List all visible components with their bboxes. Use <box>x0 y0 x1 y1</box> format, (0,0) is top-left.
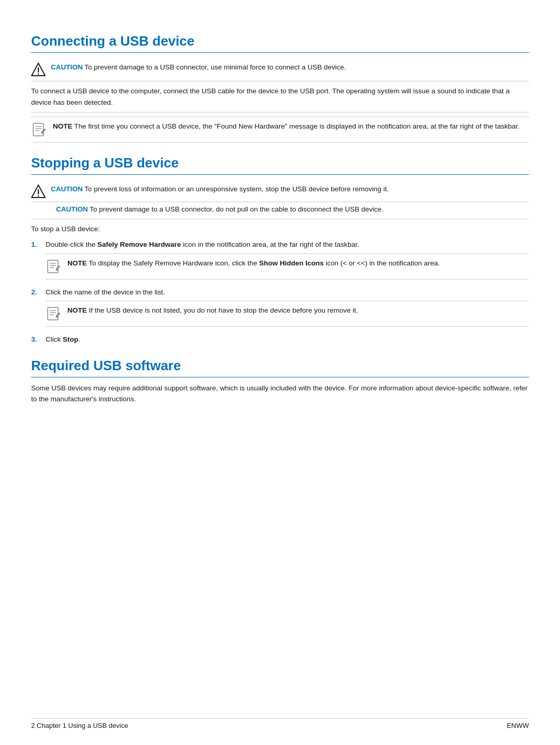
stopping-caution-body-1: To prevent loss of information or an unr… <box>85 185 389 193</box>
stopping-step-1-content: Double-click the Safely Remove Hardware … <box>46 239 529 284</box>
stopping-divider <box>31 174 529 175</box>
connecting-caution-text: CAUTION To prevent damage to a USB conne… <box>51 62 346 73</box>
stopping-step-3-content: Click Stop. <box>46 334 529 345</box>
stopping-title: Stopping a USB device <box>31 155 529 171</box>
svg-point-2 <box>38 74 39 75</box>
footer-right: ENWW <box>507 722 529 729</box>
connecting-caution-box: CAUTION To prevent damage to a USB conne… <box>31 58 529 81</box>
stopping-caution-text-2: CAUTION To prevent damage to a USB conne… <box>56 204 384 215</box>
svg-point-9 <box>38 195 39 197</box>
stopping-caution-row-1: CAUTION To prevent loss of information o… <box>31 184 529 199</box>
connecting-note-body: The first time you connect a USB device,… <box>74 122 520 130</box>
svg-rect-14 <box>48 307 58 320</box>
connecting-pre-note-divider <box>31 112 529 113</box>
connecting-note-box: NOTE The first time you connect a USB de… <box>31 117 529 143</box>
connecting-caution-label: CAUTION <box>51 63 83 71</box>
stopping-step-3: Click Stop. <box>31 334 529 345</box>
show-hidden-icons-bold: Show Hidden Icons <box>259 259 324 267</box>
stopping-step-3-text: Click Stop. <box>46 335 80 343</box>
stopping-step-2-note-label: NOTE <box>67 306 87 314</box>
connecting-note-label: NOTE <box>53 122 73 130</box>
stopping-intro: To stop a USB device: <box>31 223 529 235</box>
stopping-step-2-note: NOTE If the USB device is not listed, yo… <box>46 301 529 327</box>
stopping-caution-text-1: CAUTION To prevent loss of information o… <box>51 184 389 194</box>
connecting-body-text: To connect a USB device to the computer,… <box>31 86 529 108</box>
required-section: Required USB software Some USB devices m… <box>31 358 529 405</box>
caution-icon-2 <box>31 184 46 199</box>
note-icon-1 <box>31 121 48 138</box>
stopping-step-1-text: Double-click the Safely Remove Hardware … <box>46 241 359 248</box>
footer-left: 2 Chapter 1 Using a USB device <box>31 722 128 729</box>
required-title: Required USB software <box>31 358 529 374</box>
stopping-step-1-note-text: NOTE To display the Safely Remove Hardwa… <box>67 258 440 269</box>
connecting-caution-body: To prevent damage to a USB connector, us… <box>85 63 346 71</box>
stopping-step-2-note-body: If the USB device is not listed, you do … <box>89 306 358 314</box>
connecting-section: Connecting a USB device CAUTION To preve… <box>31 33 529 143</box>
stopping-step-2-note-text: NOTE If the USB device is not listed, yo… <box>67 305 358 316</box>
connecting-divider <box>31 52 529 53</box>
stopping-caution-row-2: CAUTION To prevent damage to a USB conne… <box>31 204 529 215</box>
stopping-caution-label-2: CAUTION <box>56 205 88 213</box>
svg-rect-3 <box>33 123 44 136</box>
stopping-caution-body-2: To prevent damage to a USB connector, do… <box>90 205 384 213</box>
connecting-title: Connecting a USB device <box>31 33 529 49</box>
page-footer: 2 Chapter 1 Using a USB device ENWW <box>31 718 529 729</box>
note-icon-3 <box>46 305 62 322</box>
note-icon-2 <box>46 258 62 275</box>
stopping-step-2-text: Click the name of the device in the list… <box>46 288 165 296</box>
stopping-section: Stopping a USB device CAUTION To prevent… <box>31 155 529 345</box>
stopping-steps-list: Double-click the Safely Remove Hardware … <box>31 239 529 345</box>
stopping-step-1-note: NOTE To display the Safely Remove Hardwa… <box>46 254 529 279</box>
safely-remove-bold: Safely Remove Hardware <box>97 241 181 248</box>
stopping-step-1: Double-click the Safely Remove Hardware … <box>31 239 529 284</box>
svg-rect-10 <box>48 260 58 273</box>
required-divider <box>31 377 529 377</box>
stopping-step-1-note-label: NOTE <box>67 259 87 267</box>
stopping-step-2: Click the name of the device in the list… <box>31 287 529 331</box>
stopping-step-1-note-body: To display the Safely Remove Hardware ic… <box>89 259 440 267</box>
required-body-text: Some USB devices may require additional … <box>31 383 529 405</box>
stop-bold: Stop <box>63 335 78 343</box>
connecting-note-text: NOTE The first time you connect a USB de… <box>53 121 520 132</box>
stopping-caution-label-1: CAUTION <box>51 185 83 193</box>
stopping-cautions-container: CAUTION To prevent loss of information o… <box>31 180 529 219</box>
caution-icon-1 <box>31 62 46 77</box>
stopping-step-2-content: Click the name of the device in the list… <box>46 287 529 331</box>
